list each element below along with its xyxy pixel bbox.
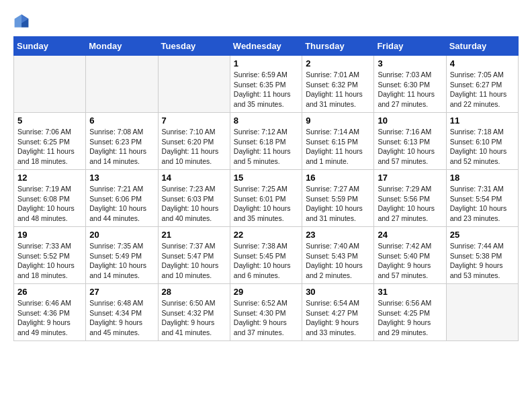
calendar-cell: 7Sunrise: 7:10 AM Sunset: 6:20 PM Daylig… [158, 113, 230, 170]
day-info: Sunrise: 7:10 AM Sunset: 6:20 PM Dayligh… [162, 127, 226, 167]
day-info: Sunrise: 7:40 AM Sunset: 5:43 PM Dayligh… [306, 241, 370, 281]
calendar-cell: 14Sunrise: 7:23 AM Sunset: 6:03 PM Dayli… [158, 170, 230, 227]
calendar-cell: 3Sunrise: 7:03 AM Sunset: 6:30 PM Daylig… [374, 56, 446, 113]
calendar-cell [14, 56, 86, 113]
day-number: 2 [306, 58, 370, 68]
day-info: Sunrise: 7:38 AM Sunset: 5:45 PM Dayligh… [234, 241, 298, 281]
day-number: 3 [378, 58, 442, 68]
day-number: 25 [450, 230, 515, 240]
day-number: 21 [162, 230, 226, 240]
calendar-cell: 5Sunrise: 7:06 AM Sunset: 6:25 PM Daylig… [14, 113, 86, 170]
day-info: Sunrise: 7:33 AM Sunset: 5:52 PM Dayligh… [17, 241, 82, 281]
calendar-cell: 18Sunrise: 7:31 AM Sunset: 5:54 PM Dayli… [446, 170, 518, 227]
weekday-header-thursday: Thursday [302, 37, 374, 56]
day-number: 30 [306, 287, 370, 297]
day-info: Sunrise: 7:27 AM Sunset: 5:59 PM Dayligh… [306, 184, 370, 224]
day-info: Sunrise: 7:44 AM Sunset: 5:38 PM Dayligh… [450, 241, 515, 281]
day-number: 26 [17, 287, 82, 297]
day-number: 11 [450, 116, 515, 126]
day-info: Sunrise: 7:05 AM Sunset: 6:27 PM Dayligh… [450, 70, 515, 109]
day-info: Sunrise: 6:48 AM Sunset: 4:34 PM Dayligh… [89, 298, 154, 338]
day-number: 4 [450, 58, 515, 68]
weekday-header-sunday: Sunday [14, 37, 86, 56]
svg-marker-1 [15, 15, 21, 28]
day-number: 15 [234, 173, 298, 183]
day-info: Sunrise: 7:12 AM Sunset: 6:18 PM Dayligh… [234, 127, 298, 167]
weekday-header-saturday: Saturday [446, 37, 518, 56]
calendar-cell: 19Sunrise: 7:33 AM Sunset: 5:52 PM Dayli… [14, 227, 86, 284]
calendar-cell: 2Sunrise: 7:01 AM Sunset: 6:32 PM Daylig… [302, 56, 374, 113]
calendar-cell: 9Sunrise: 7:14 AM Sunset: 6:15 PM Daylig… [302, 113, 374, 170]
day-number: 16 [306, 173, 370, 183]
calendar-cell: 29Sunrise: 6:52 AM Sunset: 4:30 PM Dayli… [230, 284, 302, 341]
day-info: Sunrise: 7:14 AM Sunset: 6:15 PM Dayligh… [306, 127, 370, 167]
calendar-cell: 31Sunrise: 6:56 AM Sunset: 4:25 PM Dayli… [374, 284, 446, 341]
day-info: Sunrise: 7:29 AM Sunset: 5:56 PM Dayligh… [378, 184, 442, 224]
day-number: 12 [17, 173, 82, 183]
calendar-cell: 27Sunrise: 6:48 AM Sunset: 4:34 PM Dayli… [86, 284, 158, 341]
calendar-cell: 12Sunrise: 7:19 AM Sunset: 6:08 PM Dayli… [14, 170, 86, 227]
day-info: Sunrise: 7:35 AM Sunset: 5:49 PM Dayligh… [89, 241, 154, 281]
day-number: 8 [234, 116, 298, 126]
day-number: 9 [306, 116, 370, 126]
day-number: 20 [89, 230, 154, 240]
day-info: Sunrise: 6:56 AM Sunset: 4:25 PM Dayligh… [378, 298, 442, 338]
day-info: Sunrise: 7:08 AM Sunset: 6:23 PM Dayligh… [89, 127, 154, 167]
day-number: 24 [378, 230, 442, 240]
calendar-cell: 8Sunrise: 7:12 AM Sunset: 6:18 PM Daylig… [230, 113, 302, 170]
calendar-cell: 16Sunrise: 7:27 AM Sunset: 5:59 PM Dayli… [302, 170, 374, 227]
calendar-cell: 25Sunrise: 7:44 AM Sunset: 5:38 PM Dayli… [446, 227, 518, 284]
day-info: Sunrise: 6:52 AM Sunset: 4:30 PM Dayligh… [234, 298, 298, 338]
weekday-header-wednesday: Wednesday [230, 37, 302, 56]
calendar-week-4: 19Sunrise: 7:33 AM Sunset: 5:52 PM Dayli… [14, 227, 519, 284]
day-number: 31 [378, 287, 442, 297]
day-number: 6 [89, 116, 154, 126]
calendar-cell: 24Sunrise: 7:42 AM Sunset: 5:40 PM Dayli… [374, 227, 446, 284]
calendar-cell: 11Sunrise: 7:18 AM Sunset: 6:10 PM Dayli… [446, 113, 518, 170]
day-info: Sunrise: 7:37 AM Sunset: 5:47 PM Dayligh… [162, 241, 226, 281]
logo-icon [13, 13, 30, 30]
calendar-week-2: 5Sunrise: 7:06 AM Sunset: 6:25 PM Daylig… [14, 113, 519, 170]
day-number: 18 [450, 173, 515, 183]
weekday-header-friday: Friday [374, 37, 446, 56]
calendar-cell [446, 284, 518, 341]
calendar-cell: 15Sunrise: 7:25 AM Sunset: 6:01 PM Dayli… [230, 170, 302, 227]
weekday-header-row: SundayMondayTuesdayWednesdayThursdayFrid… [14, 37, 519, 56]
calendar-header: SundayMondayTuesdayWednesdayThursdayFrid… [14, 37, 519, 56]
day-info: Sunrise: 6:54 AM Sunset: 4:27 PM Dayligh… [306, 298, 370, 338]
calendar-cell: 17Sunrise: 7:29 AM Sunset: 5:56 PM Dayli… [374, 170, 446, 227]
calendar-cell: 30Sunrise: 6:54 AM Sunset: 4:27 PM Dayli… [302, 284, 374, 341]
day-info: Sunrise: 7:21 AM Sunset: 6:06 PM Dayligh… [89, 184, 154, 224]
calendar-week-3: 12Sunrise: 7:19 AM Sunset: 6:08 PM Dayli… [14, 170, 519, 227]
calendar-cell: 6Sunrise: 7:08 AM Sunset: 6:23 PM Daylig… [86, 113, 158, 170]
calendar-cell: 20Sunrise: 7:35 AM Sunset: 5:49 PM Dayli… [86, 227, 158, 284]
page-header [13, 13, 519, 30]
day-info: Sunrise: 7:16 AM Sunset: 6:13 PM Dayligh… [378, 127, 442, 167]
weekday-header-monday: Monday [86, 37, 158, 56]
calendar-table: SundayMondayTuesdayWednesdayThursdayFrid… [13, 36, 519, 341]
calendar-cell: 21Sunrise: 7:37 AM Sunset: 5:47 PM Dayli… [158, 227, 230, 284]
day-info: Sunrise: 7:03 AM Sunset: 6:30 PM Dayligh… [378, 70, 442, 109]
calendar-cell: 13Sunrise: 7:21 AM Sunset: 6:06 PM Dayli… [86, 170, 158, 227]
day-number: 29 [234, 287, 298, 297]
day-number: 1 [234, 58, 298, 68]
day-number: 23 [306, 230, 370, 240]
day-info: Sunrise: 7:31 AM Sunset: 5:54 PM Dayligh… [450, 184, 515, 224]
day-number: 22 [234, 230, 298, 240]
calendar-cell: 1Sunrise: 6:59 AM Sunset: 6:35 PM Daylig… [230, 56, 302, 113]
day-number: 5 [17, 116, 82, 126]
day-number: 17 [378, 173, 442, 183]
day-info: Sunrise: 7:06 AM Sunset: 6:25 PM Dayligh… [17, 127, 82, 167]
day-number: 28 [162, 287, 226, 297]
day-info: Sunrise: 7:23 AM Sunset: 6:03 PM Dayligh… [162, 184, 226, 224]
logo [13, 13, 31, 30]
calendar-cell: 23Sunrise: 7:40 AM Sunset: 5:43 PM Dayli… [302, 227, 374, 284]
day-number: 13 [89, 173, 154, 183]
calendar-week-1: 1Sunrise: 6:59 AM Sunset: 6:35 PM Daylig… [14, 56, 519, 113]
calendar-cell: 28Sunrise: 6:50 AM Sunset: 4:32 PM Dayli… [158, 284, 230, 341]
day-number: 19 [17, 230, 82, 240]
calendar-cell: 26Sunrise: 6:46 AM Sunset: 4:36 PM Dayli… [14, 284, 86, 341]
day-info: Sunrise: 7:25 AM Sunset: 6:01 PM Dayligh… [234, 184, 298, 224]
weekday-header-tuesday: Tuesday [158, 37, 230, 56]
day-info: Sunrise: 7:19 AM Sunset: 6:08 PM Dayligh… [17, 184, 82, 224]
